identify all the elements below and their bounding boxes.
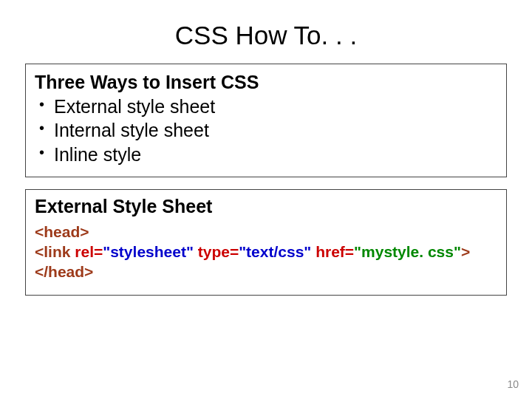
list-item: Internal style sheet <box>38 118 497 143</box>
code-line: <head> <box>35 222 497 242</box>
code-token: rel= <box>75 243 103 260</box>
code-line: <link rel="stylesheet" type="text/css" h… <box>35 242 497 262</box>
code-token: </head> <box>35 263 93 280</box>
subheading-three-ways: Three Ways to Insert CSS <box>35 70 497 95</box>
slide-title: CSS How To. . . <box>25 21 507 50</box>
page-number: 10 <box>507 378 519 390</box>
slide: CSS How To. . . Three Ways to Insert CSS… <box>0 0 532 399</box>
subheading-external: External Style Sheet <box>35 194 497 219</box>
code-token: "stylesheet" <box>103 243 194 260</box>
code-token: <head> <box>35 223 89 240</box>
box-external-style: External Style Sheet <head> <link rel="s… <box>25 189 507 296</box>
code-line: </head> <box>35 262 497 282</box>
code-token: href= <box>311 243 354 260</box>
code-token: > <box>461 243 470 260</box>
code-token: type= <box>194 243 239 260</box>
box-three-ways: Three Ways to Insert CSS External style … <box>25 64 507 177</box>
code-token: "text/css" <box>239 243 311 260</box>
code-token: "mystyle. css" <box>354 243 461 260</box>
bullet-list: External style sheet Internal style shee… <box>35 95 497 167</box>
list-item: External style sheet <box>38 95 497 119</box>
code-token: <link <box>35 243 75 260</box>
list-item: Inline style <box>38 143 497 167</box>
